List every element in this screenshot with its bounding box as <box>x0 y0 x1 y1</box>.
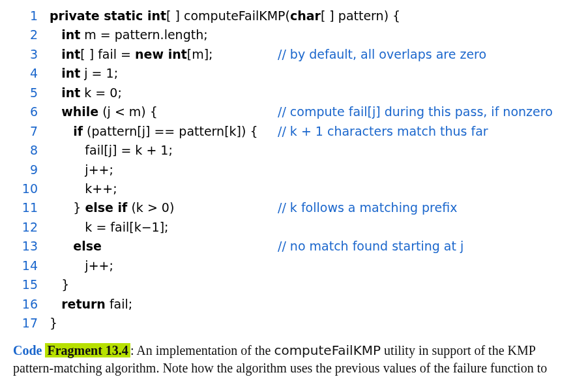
line-number: 6 <box>13 102 50 121</box>
code-text: private static int[ ] computeFailKMP(cha… <box>50 7 278 25</box>
line-number: 3 <box>13 45 50 64</box>
code-line: 13 else// no match found starting at j <box>13 237 575 256</box>
code-line: 5 int k = 0; <box>13 83 575 102</box>
code-line: 17} <box>13 314 575 333</box>
line-number: 7 <box>13 122 50 141</box>
code-line: 4 int j = 1; <box>13 64 575 83</box>
code-line: 11 } else if (k > 0)// k follows a match… <box>13 198 575 217</box>
code-text: } <box>50 275 278 294</box>
code-line: 12 k = fail[k−1]; <box>13 218 575 237</box>
code-text: int m = pattern.length; <box>50 25 278 44</box>
code-line: 6 while (j < m) {// compute fail[j] duri… <box>13 102 575 121</box>
line-number: 13 <box>13 237 50 256</box>
code-text: j++; <box>50 160 278 179</box>
code-line: 9 j++; <box>13 160 575 179</box>
line-number: 14 <box>13 256 50 275</box>
line-number: 1 <box>13 7 50 25</box>
line-number: 4 <box>13 64 50 83</box>
code-text: } <box>50 314 278 333</box>
code-comment: // by default, all overlaps are zero <box>278 45 486 64</box>
code-text: int j = 1; <box>50 64 278 83</box>
line-number: 8 <box>13 141 50 160</box>
caption-code-name: computeFailKMP <box>274 342 381 358</box>
code-caption: Code Fragment 13.4: An implementation of… <box>13 342 575 379</box>
code-line: 1private static int[ ] computeFailKMP(ch… <box>13 7 575 25</box>
code-comment: // compute fail[j] during this pass, if … <box>278 102 553 121</box>
line-number: 2 <box>13 25 50 44</box>
code-text: else <box>50 237 278 256</box>
caption-text-1: An implementation of the <box>136 343 274 357</box>
line-number: 12 <box>13 218 50 237</box>
code-line: 10 k++; <box>13 179 575 198</box>
code-text: while (j < m) { <box>50 102 278 121</box>
code-line: 14 j++; <box>13 256 575 275</box>
line-number: 10 <box>13 179 50 198</box>
code-text: if (pattern[j] == pattern[k]) { <box>50 122 278 141</box>
code-listing: 1private static int[ ] computeFailKMP(ch… <box>13 7 575 333</box>
code-text: j++; <box>50 256 278 275</box>
caption-fragment-number: Fragment 13.4 <box>45 343 130 357</box>
code-line: 3 int[ ] fail = new int[m];// by default… <box>13 45 575 64</box>
code-comment: // k follows a matching prefix <box>278 198 457 217</box>
code-text: } else if (k > 0) <box>50 198 278 217</box>
line-number: 11 <box>13 198 50 217</box>
code-text: fail[j] = k + 1; <box>50 141 278 160</box>
caption-label: Code <box>13 343 45 357</box>
line-number: 16 <box>13 295 50 314</box>
code-line: 8 fail[j] = k + 1; <box>13 141 575 160</box>
code-text: int[ ] fail = new int[m]; <box>50 45 278 64</box>
code-comment: // no match found starting at j <box>278 237 463 256</box>
caption-colon: : <box>130 343 136 357</box>
code-line: 7 if (pattern[j] == pattern[k]) {// k + … <box>13 122 575 141</box>
code-comment: // k + 1 characters match thus far <box>278 122 488 141</box>
line-number: 15 <box>13 275 50 294</box>
line-number: 5 <box>13 83 50 102</box>
code-line: 2 int m = pattern.length; <box>13 25 575 44</box>
code-text: k = fail[k−1]; <box>50 218 278 237</box>
code-line: 15 } <box>13 275 575 294</box>
code-text: int k = 0; <box>50 83 278 102</box>
code-text: return fail; <box>50 295 278 314</box>
code-line: 16 return fail; <box>13 295 575 314</box>
code-text: k++; <box>50 179 278 198</box>
line-number: 9 <box>13 160 50 179</box>
line-number: 17 <box>13 314 50 333</box>
